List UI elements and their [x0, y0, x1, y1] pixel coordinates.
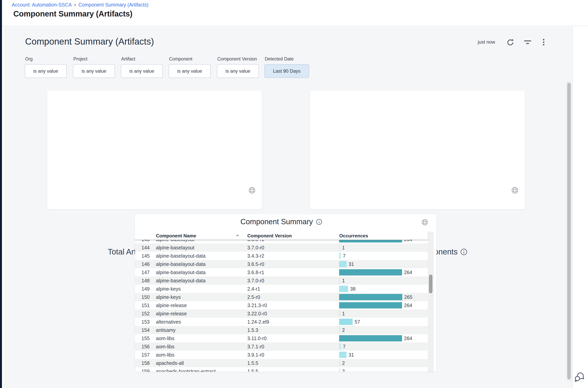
component-summary-table-card: Component Summary Component Name [135, 214, 436, 372]
occurrence-bar [339, 335, 402, 341]
table-header-row: Component Name Component Version Occurre… [135, 232, 428, 240]
table-title: Component Summary [240, 218, 313, 226]
occurrences-cell: 2 [339, 359, 345, 367]
row-number: 150 [135, 293, 150, 301]
component-version-cell: 1.5.5 [247, 359, 258, 367]
component-version-cell: 1.5.5 [247, 367, 258, 372]
component-name-cell: alpine-keys [156, 293, 181, 301]
stat-card-total-artifacts: 16 Total Artifacts Evaluated [47, 90, 262, 209]
component-name-cell: aom-libs [156, 351, 174, 359]
dashboard-actions-button[interactable] [539, 37, 549, 48]
component-version-cell: 3.9.1-r0 [247, 351, 264, 359]
component-version-cell: 3.22.0-r0 [247, 310, 267, 318]
occurrence-bar [339, 286, 348, 292]
table-scrollbar-track[interactable] [428, 232, 434, 372]
component-name-cell: alpine-baselayout [156, 243, 194, 252]
occurrence-value: 31 [348, 261, 354, 267]
info-icon[interactable] [460, 248, 467, 255]
filter-label: Detected Date [265, 56, 294, 62]
row-number: 149 [135, 285, 150, 293]
globe-icon[interactable] [511, 187, 519, 194]
occurrences-cell: 7 [339, 252, 346, 260]
refresh-button[interactable] [505, 37, 515, 48]
component-version-cell: 2.4-r1 [247, 285, 260, 293]
occurrences-cell: 1 [339, 276, 345, 285]
globe-icon[interactable] [248, 187, 256, 194]
globe-icon[interactable] [421, 219, 428, 226]
row-number: 152 [135, 310, 150, 318]
filter-toggle-button[interactable] [523, 37, 533, 48]
refresh-icon [506, 39, 514, 46]
occurrences-cell: 264 [339, 268, 412, 276]
column-header-component-name[interactable]: Component Name [156, 233, 196, 239]
row-number: 145 [135, 252, 150, 260]
breadcrumb-separator-icon: › [74, 2, 76, 7]
filter-label: Component [169, 56, 192, 62]
occurrence-value: 264 [404, 303, 412, 308]
occurrence-bar [339, 343, 341, 350]
occurrence-bar [339, 294, 402, 300]
occurrence-bar [339, 261, 347, 267]
info-icon[interactable] [316, 219, 322, 225]
component-version-cell: 3.6.8-r1 [247, 268, 264, 276]
occurrence-bar [339, 319, 353, 325]
occurrences-cell: 2 [339, 326, 345, 334]
filter-value-button[interactable]: Last 90 Days [264, 64, 309, 78]
occurrence-bar [339, 360, 340, 366]
component-name-cell: alternatives [156, 318, 181, 326]
component-version-cell: 3.4.3-r2 [247, 252, 264, 260]
row-number: 144 [135, 243, 150, 252]
table-row: 156aom-libs3.7.1-r07 [135, 342, 428, 351]
filter-value-button[interactable]: is any value [25, 64, 67, 78]
occurrence-value: 57 [355, 319, 360, 325]
component-version-cell: 2.5-r0 [247, 293, 260, 301]
occurrences-cell: 2 [339, 367, 345, 372]
occurrence-bar [339, 240, 402, 242]
occurrence-bar [339, 302, 402, 309]
breadcrumb-current-link[interactable]: Component Summary (Artifacts) [78, 2, 149, 8]
component-name-cell: alpine-baselayout-data [156, 260, 206, 268]
table-row: 145alpine-baselayout-data3.4.3-r27 [135, 252, 428, 260]
main-scrollbar-thumb[interactable] [567, 83, 571, 379]
column-header-occurrences[interactable]: Occurrences [339, 233, 368, 239]
component-name-cell: aom-libs [156, 342, 174, 351]
occurrence-value: 2 [342, 327, 345, 333]
component-name-cell: alpine-baselayout-data [156, 276, 206, 285]
occurrence-value: 7 [343, 253, 346, 259]
occurrences-cell: 31 [339, 260, 354, 268]
row-number: 146 [135, 260, 150, 268]
breadcrumb-account-link[interactable]: Account: Automation-SSCA [12, 2, 72, 8]
occurrence-value: 1 [342, 278, 345, 284]
occurrence-bar [339, 352, 347, 358]
support-chat-icon[interactable] [573, 371, 586, 383]
component-name-cell: aom-libs [156, 334, 174, 342]
row-number: 156 [135, 342, 150, 351]
table-row: 155aom-libs3.11.0-r0264 [135, 334, 428, 342]
filter-value-button[interactable]: is any value [73, 64, 115, 78]
component-version-cell: 3.6.5-r0 [247, 260, 264, 268]
row-number: 151 [135, 301, 150, 310]
occurrences-cell: 1 [339, 310, 345, 318]
component-version-cell: 3.21.3-r0 [247, 301, 267, 310]
occurrence-bar [339, 277, 340, 284]
occurrences-cell: 264 [339, 301, 412, 310]
occurrences-cell: 57 [339, 318, 360, 326]
component-name-cell: alpine-release [156, 301, 187, 310]
row-number: 148 [135, 276, 150, 285]
filter-value-button[interactable]: is any value [169, 64, 211, 78]
column-header-component-version[interactable]: Component Version [247, 233, 292, 239]
component-version-cell: 3.6.8-r1 [247, 240, 264, 243]
filter-value-button[interactable]: is any value [121, 64, 163, 78]
table-row: 154antisamy1.5.32 [135, 326, 428, 334]
kebab-menu-icon [543, 39, 545, 46]
row-number: 143 [135, 240, 150, 243]
occurrences-cell: 265 [339, 293, 413, 301]
page-header: Account: Automation-SSCA › Component Sum… [2, 0, 588, 26]
table-scrollbar-thumb[interactable] [429, 274, 433, 293]
table-row: 144alpine-baselayout3.7.0-r01 [135, 243, 428, 252]
component-name-cell: antisamy [156, 326, 175, 334]
row-number: 159 [135, 367, 150, 372]
table-row: 152alpine-release3.22.0-r01 [135, 310, 428, 318]
component-version-cell: 3.7.0-r0 [247, 243, 264, 252]
filter-value-button[interactable]: is any value [217, 64, 259, 78]
